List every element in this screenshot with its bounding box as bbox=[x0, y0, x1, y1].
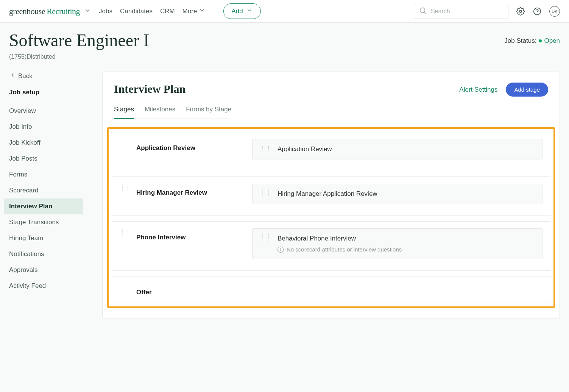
interview-name: Hiring Manager Application Review bbox=[277, 190, 535, 198]
search-icon bbox=[419, 6, 427, 16]
help-icon[interactable] bbox=[533, 7, 542, 16]
tabs: Stages Milestones Forms by Stage bbox=[114, 106, 231, 119]
logo[interactable]: greenhouse Recruiting bbox=[9, 6, 91, 16]
job-status-label: Job Status: bbox=[504, 37, 536, 45]
chevron-down-icon bbox=[198, 7, 205, 16]
drag-handle-icon[interactable]: ⋮⋮⋮⋮ bbox=[260, 190, 271, 195]
tab-milestones[interactable]: Milestones bbox=[145, 106, 175, 119]
status-dot-icon bbox=[539, 39, 542, 42]
back-link[interactable]: Back bbox=[9, 72, 91, 80]
drag-handle-icon[interactable]: ⋮⋮⋮⋮ bbox=[120, 185, 131, 190]
page-title: Software Engineer I bbox=[9, 30, 149, 50]
drag-handle-icon[interactable]: ⋮⋮⋮⋮ bbox=[120, 230, 131, 234]
interview-item[interactable]: ⋮⋮⋮⋮ Hiring Manager Application Review bbox=[252, 184, 542, 204]
nav-crm[interactable]: CRM bbox=[160, 8, 175, 15]
stage-name: Phone Interview bbox=[136, 228, 242, 241]
sidebar: Back Job setup Overview Job Info Job Kic… bbox=[0, 72, 91, 319]
stage-card-offer[interactable]: Offer bbox=[111, 276, 551, 303]
nav-more-label: More bbox=[182, 8, 197, 15]
chevron-down-icon bbox=[84, 6, 91, 16]
sidebar-item-overview[interactable]: Overview bbox=[9, 103, 91, 119]
panel-title: Interview Plan bbox=[114, 83, 186, 95]
interview-item[interactable]: ⋮⋮⋮⋮ Behavioral Phone Interview ! No sco… bbox=[252, 228, 542, 259]
top-nav: Jobs Candidates CRM More bbox=[99, 7, 205, 16]
interview-name: Behavioral Phone Interview bbox=[277, 235, 535, 242]
add-button-label: Add bbox=[231, 8, 243, 15]
info-icon: ! bbox=[277, 247, 284, 253]
sidebar-item-job-posts[interactable]: Job Posts bbox=[9, 151, 91, 167]
sidebar-heading: Job setup bbox=[9, 89, 91, 96]
svg-point-2 bbox=[519, 10, 522, 12]
sidebar-item-activity-feed[interactable]: Activity Feed bbox=[9, 278, 91, 294]
stage-card-hiring-manager-review[interactable]: ⋮⋮⋮⋮ Hiring Manager Review ⋮⋮⋮⋮ Hiring M… bbox=[111, 176, 551, 216]
job-status: Job Status: Open bbox=[504, 30, 560, 45]
job-office: Distributed bbox=[27, 53, 55, 60]
svg-point-0 bbox=[420, 8, 425, 12]
svg-line-1 bbox=[424, 12, 426, 14]
chevron-down-icon bbox=[246, 7, 253, 16]
top-header: greenhouse Recruiting Jobs Candidates CR… bbox=[0, 0, 569, 23]
main-panel: Interview Plan Alert Settings Add stage … bbox=[102, 72, 560, 319]
tab-stages[interactable]: Stages bbox=[114, 106, 134, 119]
back-label: Back bbox=[18, 72, 33, 80]
nav-candidates[interactable]: Candidates bbox=[120, 8, 153, 15]
interview-name: Application Review bbox=[277, 145, 535, 153]
interview-warning-text: No scorecard attributes or interview que… bbox=[287, 246, 402, 253]
stage-card-application-review[interactable]: Application Review ⋮⋮⋮⋮ Application Revi… bbox=[111, 132, 551, 171]
sidebar-item-job-info[interactable]: Job Info bbox=[9, 119, 91, 135]
stage-name: Hiring Manager Review bbox=[136, 184, 242, 197]
sidebar-item-scorecard[interactable]: Scorecard bbox=[9, 183, 91, 198]
interview-item[interactable]: ⋮⋮⋮⋮ Application Review bbox=[252, 139, 542, 159]
nav-more[interactable]: More bbox=[182, 7, 206, 16]
stage-card-phone-interview[interactable]: ⋮⋮⋮⋮ Phone Interview ⋮⋮⋮⋮ Behavioral Pho… bbox=[111, 221, 551, 271]
add-button[interactable]: Add bbox=[223, 3, 260, 19]
sidebar-item-forms[interactable]: Forms bbox=[9, 167, 91, 183]
stage-name: Offer bbox=[136, 283, 242, 296]
gear-icon[interactable] bbox=[516, 7, 525, 16]
sidebar-item-job-kickoff[interactable]: Job Kickoff bbox=[9, 135, 91, 151]
logo-text-2: Recruiting bbox=[47, 6, 80, 16]
search-input[interactable] bbox=[431, 8, 507, 15]
sidebar-item-notifications[interactable]: Notifications bbox=[9, 246, 91, 262]
sidebar-item-approvals[interactable]: Approvals bbox=[9, 262, 91, 278]
job-status-value: Open bbox=[544, 37, 560, 45]
stage-name: Application Review bbox=[136, 139, 242, 152]
job-req-id: (1755) bbox=[9, 53, 27, 60]
drag-handle-icon[interactable]: ⋮⋮⋮⋮ bbox=[260, 145, 271, 150]
avatar[interactable]: DK bbox=[549, 6, 560, 17]
tab-forms-by-stage[interactable]: Forms by Stage bbox=[186, 106, 231, 119]
stages-list: Application Review ⋮⋮⋮⋮ Application Revi… bbox=[111, 132, 551, 303]
sidebar-item-stage-transitions[interactable]: Stage Transitions bbox=[9, 214, 91, 230]
sidebar-item-hiring-team[interactable]: Hiring Team bbox=[9, 230, 91, 246]
logo-text-1: greenhouse bbox=[9, 6, 45, 16]
job-header: Software Engineer I (1755)Distributed Jo… bbox=[0, 23, 569, 64]
alert-settings-link[interactable]: Alert Settings bbox=[459, 86, 497, 94]
drag-handle-icon[interactable]: ⋮⋮⋮⋮ bbox=[260, 235, 271, 239]
sidebar-item-interview-plan[interactable]: Interview Plan bbox=[4, 198, 83, 214]
search-box[interactable] bbox=[414, 4, 508, 19]
add-stage-button[interactable]: Add stage bbox=[506, 83, 548, 97]
interview-warning: ! No scorecard attributes or interview q… bbox=[277, 246, 535, 253]
nav-jobs[interactable]: Jobs bbox=[99, 8, 112, 15]
job-meta: (1755)Distributed bbox=[9, 53, 149, 60]
stages-highlight: Application Review ⋮⋮⋮⋮ Application Revi… bbox=[107, 127, 555, 308]
chevron-left-icon bbox=[9, 72, 16, 80]
